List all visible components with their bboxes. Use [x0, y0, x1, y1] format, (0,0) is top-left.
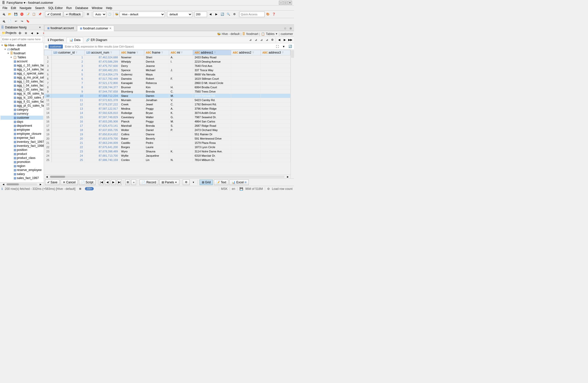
- paste-button[interactable]: 📌: [37, 12, 43, 17]
- table-row[interactable]: 4487,500,482,201SpenceMichaelJ.337 Tosca…: [44, 68, 290, 72]
- lname-cell[interactable]: Baker: [120, 137, 144, 141]
- address1-cell[interactable]: 3796 Keller Ridge: [193, 107, 231, 111]
- fname-cell[interactable]: Sheri: [144, 55, 169, 60]
- filter-icon-3[interactable]: ⊿: [259, 37, 264, 43]
- customer-id-cell[interactable]: 21: [52, 141, 85, 145]
- menu-edit[interactable]: Edit: [9, 6, 18, 10]
- fname-cell[interactable]: Dianne: [144, 132, 169, 137]
- fname-cell[interactable]: Walter: [144, 115, 169, 119]
- address1-cell[interactable]: 5423 Camby Rd.: [193, 98, 231, 102]
- tree-table-days[interactable]: ▦ days: [1, 120, 43, 124]
- table-row[interactable]: 7787,521,172,800KanagakiRebecca2860 D Mt…: [44, 81, 290, 85]
- redo-button[interactable]: ↪: [19, 19, 25, 24]
- address2-cell[interactable]: [231, 60, 261, 64]
- auto-commit-select[interactable]: Auto: [93, 12, 106, 17]
- address2-cell[interactable]: [231, 141, 261, 145]
- fname-cell[interactable]: Laurie: [144, 145, 169, 149]
- address3-cell[interactable]: [261, 128, 290, 132]
- filter-icon-1[interactable]: ⊿: [248, 37, 253, 43]
- col-sort-mi[interactable]: ⊤: [181, 51, 183, 54]
- col-header-address3[interactable]: ABC address3 ⊤: [261, 50, 290, 55]
- status-copy-button[interactable]: ⊞: [77, 187, 83, 191]
- col-header-mi[interactable]: ABC mi ⊤: [169, 50, 193, 55]
- table-row[interactable]: 151587,597,749,829CavestanyWalterG.7987 …: [44, 115, 290, 119]
- table-row[interactable]: 111187,572,821,378MurraiinJonathanV.5423…: [44, 98, 290, 102]
- tree-table-product[interactable]: ▦ product: [1, 152, 43, 156]
- tab-customer[interactable]: ▦ foodmart.customer ✕: [77, 26, 114, 31]
- address1-cell[interactable]: 337 Tosca Way: [193, 68, 231, 72]
- filter-dropdown-button[interactable]: ▼: [281, 44, 286, 49]
- mi-cell[interactable]: [169, 72, 193, 77]
- address2-cell[interactable]: [231, 77, 261, 81]
- filter-icon-5[interactable]: ⚙: [270, 37, 275, 43]
- tree-table-sales97[interactable]: ▦ sales_fact_1997: [1, 176, 43, 180]
- address2-cell[interactable]: [231, 107, 261, 111]
- sidebar-collapse-button[interactable]: ◀: [29, 31, 35, 35]
- account-num-cell[interactable]: 87,597,749,829: [85, 115, 120, 119]
- mi-cell[interactable]: A.: [169, 107, 193, 111]
- schema-select[interactable]: default: [167, 12, 192, 17]
- fname-cell[interactable]: Rebecca: [144, 81, 169, 85]
- address3-cell[interactable]: [261, 145, 290, 149]
- customer-id-cell[interactable]: 1: [52, 55, 85, 60]
- address1-cell[interactable]: 4864 San Carlos: [193, 119, 231, 124]
- address2-cell[interactable]: [231, 137, 261, 141]
- address3-cell[interactable]: [261, 90, 290, 94]
- tree-table-agg9[interactable]: ▦ agg_lc_100_sales_fact_1997: [1, 96, 43, 100]
- address1-cell[interactable]: 2473 Orchard Way: [193, 128, 231, 132]
- address2-cell[interactable]: [231, 154, 261, 158]
- lname-cell[interactable]: Medina: [120, 107, 144, 111]
- table-row[interactable]: 1187,462,024,688NowmerSheriA.2433 Bailey…: [44, 55, 290, 60]
- nav-prev-button[interactable]: ◀: [105, 180, 110, 185]
- address2-cell[interactable]: [231, 64, 261, 68]
- tree-table-salary[interactable]: ▦ salary: [1, 172, 43, 176]
- fname-cell[interactable]: Jacqueline: [144, 154, 169, 158]
- mi-cell[interactable]: [169, 137, 193, 141]
- address2-cell[interactable]: [231, 102, 261, 107]
- sidebar-layout-button[interactable]: ⊞: [23, 31, 29, 35]
- address1-cell[interactable]: 7640 First Ave.: [193, 64, 231, 68]
- table-row[interactable]: 202087,653,979,700BakerBeverly591 Merrie…: [44, 137, 290, 141]
- mi-cell[interactable]: [169, 145, 193, 149]
- address1-cell[interactable]: 1873 Lyon Circle: [193, 145, 231, 149]
- mi-cell[interactable]: A.: [169, 55, 193, 60]
- script-button[interactable]: 📄 Script: [79, 180, 96, 185]
- address3-cell[interactable]: [261, 111, 290, 115]
- account-num-cell[interactable]: 87,521,172,800: [85, 81, 120, 85]
- table-row[interactable]: 212187,663,244,009CastilloPedro1579 Plaz…: [44, 141, 290, 145]
- tree-hive[interactable]: ▼ 🐝 Hive - default: [1, 43, 43, 47]
- rollback-button[interactable]: ↩ Rollback: [64, 12, 83, 17]
- account-num-cell[interactable]: 87,514,054,179: [85, 72, 120, 77]
- vertical-scrollbar[interactable]: [290, 50, 294, 178]
- add-row-button[interactable]: +: [131, 180, 136, 185]
- mi-cell[interactable]: P.: [169, 128, 193, 132]
- filter-icon-4[interactable]: ⊿: [264, 37, 270, 43]
- account-num-cell[interactable]: 87,653,979,700: [85, 137, 120, 141]
- customer-id-cell[interactable]: 10: [52, 94, 85, 98]
- fname-cell[interactable]: Daniel: [144, 128, 169, 132]
- row-count-input[interactable]: [194, 12, 207, 17]
- address1-cell[interactable]: 3074 Ardith Drive: [193, 111, 231, 115]
- customer-id-cell[interactable]: 2: [52, 60, 85, 64]
- refresh-button[interactable]: 🔄: [220, 12, 225, 17]
- fname-cell[interactable]: Bryan: [144, 111, 169, 115]
- fname-cell[interactable]: Jonathan: [144, 98, 169, 102]
- sidebar-close-button[interactable]: ✕: [37, 25, 43, 29]
- fname-cell[interactable]: Peggy: [144, 119, 169, 124]
- address2-cell[interactable]: [231, 68, 261, 72]
- new-script-button[interactable]: 📄: [7, 19, 13, 24]
- col-sort-address3[interactable]: ⊤: [282, 51, 284, 54]
- filter-input[interactable]: [64, 44, 273, 49]
- table-row[interactable]: 171787,625,473,141MarshallBrendaS.2687 R…: [44, 124, 290, 128]
- nav-last-button[interactable]: ▶|: [117, 180, 122, 185]
- customer-id-cell[interactable]: 3: [52, 64, 85, 68]
- mi-cell[interactable]: G.: [169, 115, 193, 119]
- table-row[interactable]: 131387,587,122,917MedinaPeggyA.3796 Kell…: [44, 107, 290, 111]
- address3-cell[interactable]: [261, 102, 290, 107]
- fname-cell[interactable]: Kim: [144, 85, 169, 90]
- menu-window[interactable]: Window: [90, 6, 104, 10]
- sql-editor-button[interactable]: 📝: [25, 12, 31, 17]
- tree-table-agg3[interactable]: ▦ agg_c_special_sales_fact_1997: [1, 71, 43, 75]
- settings-gear-button[interactable]: ⚙: [183, 180, 190, 185]
- sidebar-search-input[interactable]: [1, 36, 43, 42]
